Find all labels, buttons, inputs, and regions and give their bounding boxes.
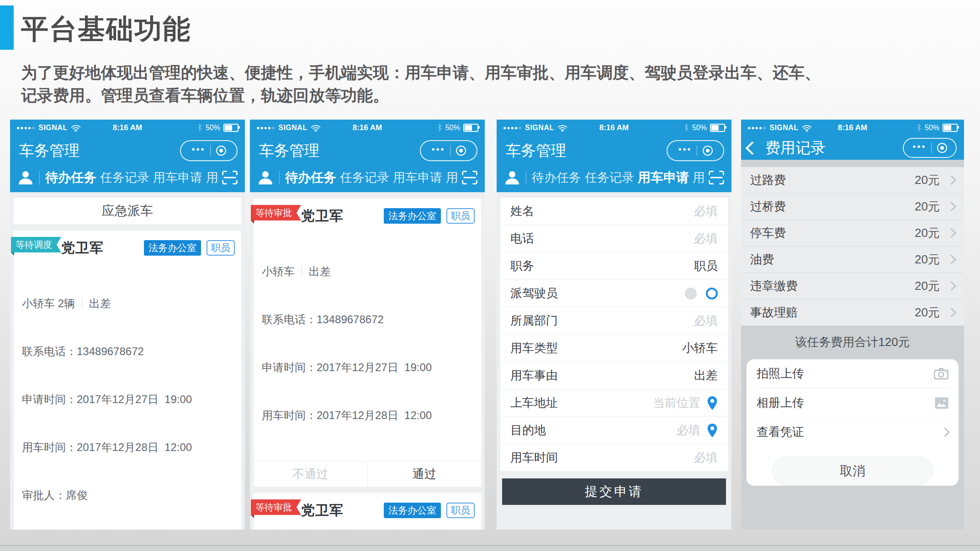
bluetooth-icon: ᛒ xyxy=(684,123,689,132)
tab-truncated[interactable]: 用 xyxy=(446,169,458,186)
mini-program-capsule[interactable]: ••• xyxy=(903,138,957,158)
bluetooth-icon: ᛒ xyxy=(917,123,922,132)
detail-row: 申请时间：2017年12月27日 19:00 xyxy=(22,391,234,407)
tab-task-records[interactable]: 任务记录 xyxy=(340,169,389,186)
applicant-name: 党卫军 xyxy=(301,501,344,520)
tab-truncated[interactable]: 用 xyxy=(693,169,705,186)
status-bar: ●●●●○ SIGNAL 8:16 AM ᛒ 50% xyxy=(250,120,485,136)
field-label: 电话 xyxy=(510,231,534,247)
card-details: 小轿车出差 联系电话：13489678672 申请时间：2017年12月27日 … xyxy=(254,226,481,461)
menu-dots-icon[interactable]: ••• xyxy=(431,145,445,154)
expense-row-fuel[interactable]: 油费 20元 xyxy=(741,247,964,273)
capture-icon[interactable] xyxy=(216,146,226,156)
form-row-destination[interactable]: 目的地 必填 xyxy=(500,416,728,444)
mini-program-capsule[interactable]: ••• xyxy=(667,140,724,161)
divider xyxy=(302,267,302,277)
expense-row-bridge[interactable]: 过桥费 20元 xyxy=(741,194,964,220)
upload-row-voucher[interactable]: 查看凭证 xyxy=(757,417,948,446)
expense-row-toll[interactable]: 过路费 20元 xyxy=(741,167,964,194)
field-label: 用车事由 xyxy=(510,367,558,383)
approve-button[interactable]: 通过 xyxy=(367,461,482,487)
title-row: 费用记录 ••• xyxy=(741,136,964,160)
expense-label: 事故理赔 xyxy=(750,304,798,320)
scan-icon[interactable] xyxy=(462,171,477,184)
emergency-dispatch-button[interactable]: 应急派车 xyxy=(14,198,241,224)
tabs: 待办任务 任务记录 用车申请 用 xyxy=(285,169,477,186)
form-row-position[interactable]: 职务 职员 xyxy=(500,252,728,279)
battery-percent: 50% xyxy=(445,124,460,132)
tab-truncated[interactable]: 用 xyxy=(206,169,218,186)
cancel-button[interactable]: 取消 xyxy=(772,457,933,486)
submit-request-button[interactable]: 提交申请 xyxy=(502,478,726,505)
capture-icon[interactable] xyxy=(937,143,947,153)
back-button[interactable] xyxy=(746,141,759,155)
field-label: 所属部门 xyxy=(510,313,558,329)
description-line2: 记录费用。管理员查看车辆位置，轨迹回放等功能。 xyxy=(21,86,389,104)
status-bar: ●●●●○ SIGNAL 8:16 AM ᛒ 50% xyxy=(497,120,731,136)
app-title: 车务管理 xyxy=(19,141,79,161)
tabs: 待办任务 任务记录 用车申请 用 xyxy=(532,169,724,186)
capsule-divider xyxy=(931,142,932,153)
field-label: 用车时间 xyxy=(510,450,558,466)
form-row-phone[interactable]: 电话 必填 xyxy=(500,225,728,252)
form-row-name[interactable]: 姓名 必填 xyxy=(500,198,728,225)
expense-row-accident[interactable]: 事故理赔 20元 xyxy=(741,299,964,325)
tab-bar: 待办任务 任务记录 用车申请 用 xyxy=(250,165,485,192)
field-label: 上车地址 xyxy=(510,395,558,411)
title-row: 车务管理 ••• xyxy=(497,136,731,165)
form-row-vehicle-type[interactable]: 用车类型 小轿车 xyxy=(500,334,728,362)
menu-dots-icon[interactable]: ••• xyxy=(191,145,205,154)
tab-pending-tasks[interactable]: 待办任务 xyxy=(532,169,581,186)
menu-dots-icon[interactable]: ••• xyxy=(912,142,926,151)
tab-pending-tasks[interactable]: 待办任务 xyxy=(285,169,336,186)
tab-vehicle-request[interactable]: 用车申请 xyxy=(393,169,442,186)
phone-screenshot-dispatch: ●●●●○ SIGNAL 8:16 AM ᛒ 50% 车务管理 ••• xyxy=(10,120,245,530)
form-row-pickup[interactable]: 上车地址 当前位置 xyxy=(500,389,728,416)
mini-program-capsule[interactable]: ••• xyxy=(420,140,477,161)
bluetooth-icon: ᛒ xyxy=(438,123,442,132)
status-right: ᛒ 50% xyxy=(198,123,238,132)
capture-icon[interactable] xyxy=(703,146,713,156)
form-row-assign-driver[interactable]: 派驾驶员 xyxy=(500,279,728,307)
profile-icon[interactable] xyxy=(504,169,520,186)
form-row-reason[interactable]: 用车事由 出差 xyxy=(500,362,728,389)
detail-row: 用车时间：2017年12月28日 12:00 xyxy=(262,407,474,423)
form-row-department[interactable]: 所属部门 必填 xyxy=(500,307,728,334)
tab-task-records[interactable]: 任务记录 xyxy=(585,169,634,186)
tab-vehicle-request[interactable]: 用车申请 xyxy=(153,169,202,186)
expense-row-parking[interactable]: 停车费 20元 xyxy=(741,220,964,247)
capture-icon[interactable] xyxy=(456,146,466,156)
reject-button[interactable]: 不通过 xyxy=(254,461,367,487)
scan-icon[interactable] xyxy=(709,171,724,184)
menu-dots-icon[interactable]: ••• xyxy=(678,145,692,154)
upload-label: 拍照上传 xyxy=(757,366,804,382)
upload-row-album[interactable]: 相册上传 xyxy=(757,388,948,417)
expense-list: 过路费 20元 过桥费 20元 停车费 20元 油费 20元 违章缴费 xyxy=(741,167,964,325)
department-badge: 法务办公室 xyxy=(384,208,441,224)
status-right: ᛒ 50% xyxy=(917,123,958,132)
scan-icon[interactable] xyxy=(222,171,238,184)
request-form: 姓名 必填 电话 必填 职务 职员 派驾驶员 所属部门 必填 xyxy=(500,198,728,471)
mini-program-capsule[interactable]: ••• xyxy=(180,140,238,161)
app-header: ●●●●○ SIGNAL 8:16 AM ᛒ 50% 费用记录 ••• xyxy=(741,120,964,160)
chevron-right-icon xyxy=(947,281,956,291)
tab-vehicle-request[interactable]: 用车申请 xyxy=(638,169,689,186)
role-badge: 职员 xyxy=(207,240,235,256)
expense-row-violation[interactable]: 违章缴费 20元 xyxy=(741,273,964,299)
expense-label: 违章缴费 xyxy=(750,278,798,294)
phone-screenshot-expenses: ●●●●○ SIGNAL 8:16 AM ᛒ 50% 费用记录 ••• xyxy=(741,120,964,530)
tab-divider xyxy=(39,171,40,184)
field-label: 用车类型 xyxy=(510,340,558,356)
profile-icon[interactable] xyxy=(257,169,274,186)
field-placeholder: 必填 xyxy=(694,231,718,247)
tab-pending-tasks[interactable]: 待办任务 xyxy=(45,169,96,186)
status-ribbon: 等待审批 xyxy=(251,205,301,220)
profile-icon[interactable] xyxy=(17,169,34,186)
form-row-time[interactable]: 用车时间 必填 xyxy=(500,444,728,471)
total-cost-label: 该任务费用合计120元 xyxy=(741,325,964,358)
album-image-icon xyxy=(935,397,948,409)
upload-row-camera[interactable]: 拍照上传 xyxy=(757,359,948,388)
assign-driver-toggle[interactable] xyxy=(685,288,718,299)
field-placeholder: 必填 xyxy=(694,450,718,466)
tab-task-records[interactable]: 任务记录 xyxy=(100,169,149,186)
